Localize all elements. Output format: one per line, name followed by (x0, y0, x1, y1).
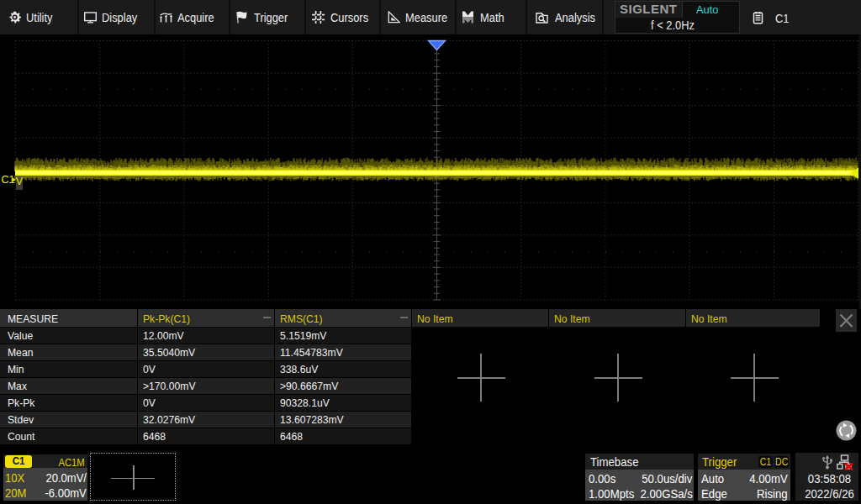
svg-text:V: V (16, 176, 24, 187)
